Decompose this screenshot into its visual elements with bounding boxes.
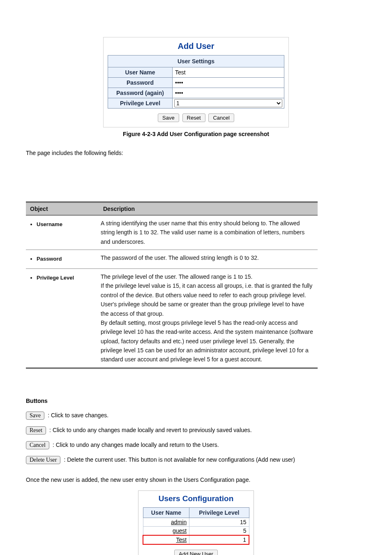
user-privilege: 15 xyxy=(189,518,249,526)
legacy-button-desc: : Click to save changes. xyxy=(48,412,108,419)
objdesc-description: The privilege level of the user. The all… xyxy=(99,268,318,368)
objdesc-header-description: Description xyxy=(99,202,318,215)
objdesc-header-object: Object xyxy=(26,202,99,215)
figure-caption-1: Figure 4-2-3 Add User Configuration page… xyxy=(0,131,392,137)
objdesc-object: Password xyxy=(37,255,95,264)
password-input[interactable] xyxy=(174,79,282,87)
save-legacy-button[interactable]: Save xyxy=(26,412,44,420)
users-config-row: Test1 xyxy=(143,535,249,544)
add-user-title: Add User xyxy=(108,42,284,51)
legacy-button-desc: : Click to undo any changes made locally… xyxy=(53,442,219,448)
users-config-panel: Users Configuration User Name Privilege … xyxy=(138,490,254,555)
user-privilege: 5 xyxy=(189,526,249,535)
add-user-panel: Add User User Settings User Name Passwor… xyxy=(103,37,289,127)
privilege-label: Privilege Level xyxy=(108,98,173,109)
cancel-legacy-button[interactable]: Cancel xyxy=(26,441,49,449)
objdesc-description: A string identifying the user name that … xyxy=(99,215,318,250)
users-config-col-username: User Name xyxy=(143,507,189,518)
user-privilege: 1 xyxy=(189,535,249,544)
users-config-row: admin15 xyxy=(143,518,249,526)
add-new-user-button[interactable]: Add New User xyxy=(174,550,218,555)
buttons-section: Buttons Save: Click to save changes.Rese… xyxy=(26,398,392,464)
user-link[interactable]: guest xyxy=(173,527,187,534)
username-input[interactable] xyxy=(174,68,282,76)
page-desc-intro: The page includes the following fields: xyxy=(26,150,392,156)
users-config-col-privilege: Privilege Level xyxy=(189,507,249,518)
password-label: Password xyxy=(108,78,173,88)
add-new-note: Once the new user is added, the new user… xyxy=(26,476,392,483)
username-label: User Name xyxy=(108,67,173,78)
users-config-table: User Name Privilege Level admin15guest5T… xyxy=(143,507,249,545)
user-settings-header: User Settings xyxy=(108,56,284,67)
user-link[interactable]: admin xyxy=(171,519,187,525)
reset-legacy-button[interactable]: Reset xyxy=(26,426,46,435)
cancel-button[interactable]: Cancel xyxy=(208,113,234,122)
add-user-button-row: Save Reset Cancel xyxy=(108,113,284,122)
buttons-header: Buttons xyxy=(26,398,392,404)
legacy-button-desc: : Click to undo any changes made locally… xyxy=(49,427,252,433)
privilege-select[interactable]: 1 xyxy=(174,99,282,107)
legacy-button-desc: : Delete the current user. This button i… xyxy=(64,456,295,463)
users-config-row: guest5 xyxy=(143,526,249,535)
reset-button[interactable]: Reset xyxy=(182,113,205,122)
users-config-title: Users Configuration xyxy=(143,494,249,503)
objdesc-object: Privilege Level xyxy=(37,274,95,282)
user-settings-table: User Settings User Name Password Passwor… xyxy=(108,55,284,109)
password-again-label: Password (again) xyxy=(108,88,173,98)
user-link[interactable]: Test xyxy=(176,536,187,543)
save-button[interactable]: Save xyxy=(158,113,179,122)
delete-user-legacy-button[interactable]: Delete User xyxy=(26,456,60,464)
object-description-table: Object Description UsernameA string iden… xyxy=(26,201,318,369)
password-again-input[interactable] xyxy=(174,89,282,97)
objdesc-description: The password of the user. The allowed st… xyxy=(99,250,318,269)
objdesc-object: Username xyxy=(37,220,95,229)
